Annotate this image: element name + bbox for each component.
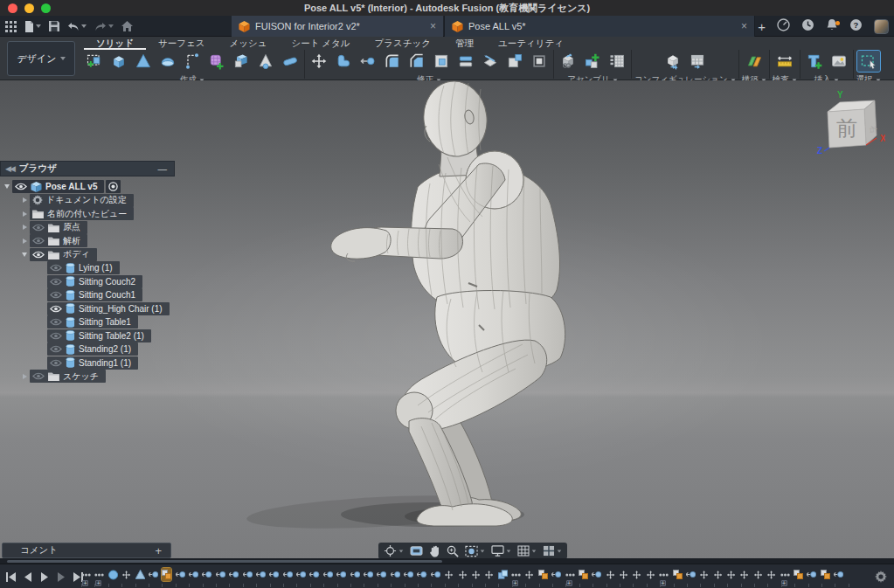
tree-row[interactable]: ボディ [0,248,175,262]
browser-collapse-icon[interactable]: ◀◀ [5,164,14,173]
timeline-item-move[interactable] [444,568,454,581]
toolbar-icon-shell[interactable] [430,51,453,72]
navbar-lookat-icon[interactable] [410,545,423,557]
navbar-viewports-icon[interactable] [543,545,562,557]
timeline-item-move[interactable] [619,568,628,581]
tree-row[interactable]: Sitting Table2 (1) [0,329,175,343]
timeline-item-joint[interactable] [309,568,319,581]
timeline-item-move[interactable] [646,568,655,581]
tree-item-名前の付いたビュー[interactable]: 名前の付いたビュー [30,207,134,220]
playback-step-back-button[interactable] [22,571,33,583]
timeline-item-joint[interactable] [404,568,413,581]
playback-step-forward-button[interactable] [55,571,66,583]
home-view-button[interactable] [121,21,133,31]
navbar-zoom-icon[interactable] [447,545,459,557]
eye-icon[interactable] [32,251,45,259]
timeline-item-component-selected[interactable] [162,568,171,581]
browser-header[interactable]: ◀◀ ブラウザ — [0,161,175,176]
ribbon-tab-ソリッド[interactable]: ソリッド [84,38,146,50]
toolbar-icon-chamfer[interactable] [405,51,428,72]
tree-item-Sitting_High Chair (1)[interactable]: Sitting_High Chair (1) [47,302,170,315]
navbar-grid-icon[interactable] [517,545,537,557]
timeline-item-joint[interactable] [336,568,346,581]
toolbar-icon-new-component[interactable] [581,51,604,72]
timeline-item-component[interactable] [821,568,830,581]
minimize-window-button[interactable] [24,3,34,13]
eye-icon[interactable] [50,291,62,299]
tree-item-ボディ[interactable]: ボディ [30,248,97,261]
timeline-item-combine[interactable] [498,568,508,581]
timeline-item-joint[interactable] [283,568,293,581]
toolbar-icon-mesh-plus[interactable] [205,51,228,72]
ribbon-tab-サーフェス[interactable]: サーフェス [146,38,217,50]
timeline-item-loft[interactable] [135,568,145,581]
navbar-display-icon[interactable] [491,545,511,557]
timeline-item-move[interactable] [471,568,481,581]
chevron-icon[interactable] [19,374,30,379]
tree-row[interactable]: 原点 [0,221,175,235]
timeline-item-joint[interactable] [189,568,198,581]
timeline-item-joint[interactable] [243,568,253,581]
toolbar-icon-fillet[interactable] [381,51,404,72]
timeline-item-joint[interactable] [296,568,306,581]
tree-item-スケッチ[interactable]: スケッチ [30,370,106,383]
tree-row[interactable]: Sitting Couch2 [0,275,175,289]
timeline-item-component[interactable] [794,568,803,581]
document-tab-pose-all[interactable]: Pose ALL v5* × [444,16,755,37]
user-avatar[interactable] [874,19,889,34]
toolbar-icon-offset[interactable] [454,51,477,72]
tree-row[interactable]: スケッチ [0,370,175,384]
eye-icon[interactable] [50,359,62,367]
chevron-icon[interactable] [19,252,30,257]
timeline-item-move[interactable] [524,568,534,581]
tree-row[interactable]: Sitting Couch1 [0,288,175,302]
eye-icon[interactable] [50,264,62,272]
toolbar-icon-rail[interactable] [181,51,204,72]
toolbar-icon-insert-image[interactable] [828,51,850,72]
toolbar-icon-pipe[interactable] [279,51,301,72]
undo-button[interactable] [67,22,87,31]
eye-icon[interactable] [32,237,45,245]
tree-item-Lying (1)[interactable]: Lying (1) [47,261,120,274]
comment-panel[interactable]: コメント + [2,543,171,558]
toolbar-icon-press-pull[interactable] [332,51,355,72]
tree-row[interactable]: Sitting_High Chair (1) [0,302,175,316]
activate-component-radio[interactable] [106,180,121,193]
app-grid-icon[interactable] [5,21,17,32]
timeline-item-move[interactable] [632,568,641,581]
tree-row[interactable]: Sitting Table1 [0,315,175,329]
timeline-item-move[interactable] [458,568,468,581]
toolbar-icon-cone[interactable] [132,51,155,72]
timeline-item-joint[interactable] [149,568,158,581]
toolbar-icon-boxes[interactable] [230,51,253,72]
close-window-button[interactable] [8,3,17,13]
eye-icon[interactable] [32,372,45,380]
eye-icon[interactable] [50,332,62,340]
timeline-item-joint[interactable] [551,568,561,581]
job-status-clock-icon[interactable] [801,18,814,35]
viewport-canvas[interactable]: 前 右 Y X Z ◀◀ ブラウザ — Pose ALL v5ドキュメントの設定… [0,80,894,559]
ribbon-tab-管理[interactable]: 管理 [443,38,486,50]
timeline-item-move[interactable] [766,568,776,581]
ribbon-tab-プラスチック[interactable]: プラスチック [363,38,443,50]
timeline-item-joint[interactable] [350,568,360,581]
ribbon-tab-ユーティリティ[interactable]: ユーティリティ [486,38,576,50]
save-button[interactable] [49,21,59,31]
browser-minimize-icon[interactable]: — [158,163,168,174]
toolbar-icon-scale[interactable] [503,51,526,72]
document-tab-interior[interactable]: FUISON for Interior2 v2* × [232,16,443,37]
tree-row[interactable]: 名前の付いたビュー [0,207,175,221]
timeline-item-joint[interactable] [807,568,816,581]
tree-row[interactable]: 解析 [0,234,175,248]
timeline-item-sketch-group[interactable]: + [659,568,669,581]
chevron-icon[interactable] [19,225,30,230]
timeline-item-component[interactable] [538,568,548,581]
eye-icon[interactable] [32,224,45,232]
timeline-item-move[interactable] [739,568,749,581]
playback-play-button[interactable] [38,571,50,583]
ribbon-tab-メッシュ[interactable]: メッシュ [217,38,279,50]
viewcube[interactable]: 前 右 Y X Z [815,87,885,163]
comment-add-button[interactable]: + [155,544,162,557]
toolbar-icon-sketch[interactable] [83,51,106,72]
toolbar-icon-planes[interactable] [743,51,766,72]
